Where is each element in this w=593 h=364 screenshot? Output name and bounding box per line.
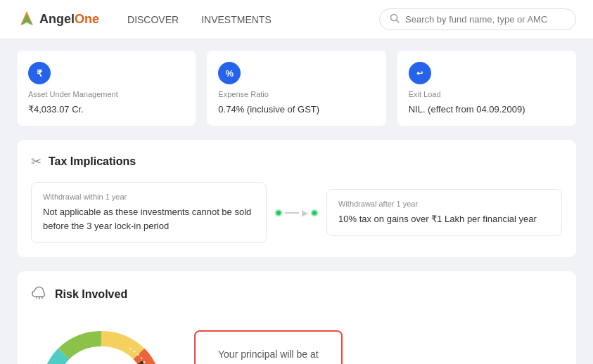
info-cards: ₹ Asset Under Management ₹4,033.07 Cr. %… — [17, 51, 576, 126]
gauge-chart: Very High — [31, 321, 172, 364]
search-bar[interactable] — [379, 8, 576, 30]
info-card-expense: % Expense Ratio 0.74% (inclusive of GST) — [207, 51, 385, 126]
dot-left — [275, 209, 282, 216]
tax-after-value: 10% tax on gains over ₹1 Lakh per financ… — [338, 212, 550, 226]
risk-info-box: Your principal will be at Very High risk — [194, 330, 343, 365]
logo-text: AngelOne — [39, 12, 99, 27]
risk-section-title: Risk Involved — [55, 288, 127, 301]
tax-within-label: Withdrawal within 1 year — [43, 193, 255, 201]
tax-within-box: Withdrawal within 1 year Not applicable … — [31, 182, 267, 243]
svg-line-3 — [397, 20, 400, 23]
tax-after-label: Withdrawal after 1 year — [338, 200, 550, 208]
tax-section: ✂ Tax Implications Withdrawal within 1 y… — [17, 140, 576, 257]
tax-row: Withdrawal within 1 year Not applicable … — [31, 182, 562, 243]
arrow-head: ▶ — [302, 208, 308, 218]
nav-investments[interactable]: INVESTMENTS — [201, 14, 272, 25]
cloud-icon — [31, 285, 48, 303]
tax-within-value: Not applicable as these investments cann… — [43, 205, 255, 233]
exit-icon: ↩ — [409, 62, 431, 84]
info-card-exit: ↩ Exit Load NIL. (effect from 04.09.2009… — [397, 51, 576, 126]
aum-icon: ₹ — [28, 62, 51, 84]
tax-arrow: ▶ — [275, 208, 318, 218]
risk-info-text: Your principal will be at — [218, 349, 319, 360]
risk-content: Very High Your principal will be at Very… — [31, 316, 562, 364]
search-icon — [390, 13, 400, 25]
main-nav: DISCOVER INVESTMENTS — [127, 14, 272, 25]
aum-label: Asset Under Management — [28, 90, 184, 98]
logo: AngelOne — [17, 10, 99, 30]
exit-label: Exit Load — [409, 90, 565, 98]
expense-icon: % — [218, 62, 241, 84]
scissors-icon: ✂ — [31, 154, 42, 169]
risk-section-header: Risk Involved — [31, 285, 562, 303]
tax-section-header: ✂ Tax Implications — [31, 154, 562, 169]
tax-after-box: Withdrawal after 1 year 10% tax on gains… — [326, 189, 562, 237]
expense-label: Expense Ratio — [218, 90, 374, 98]
main-content: ₹ Asset Under Management ₹4,033.07 Cr. %… — [0, 39, 593, 364]
nav-discover[interactable]: DISCOVER — [127, 14, 179, 25]
exit-value: NIL. (effect from 04.09.2009) — [409, 104, 565, 115]
header: AngelOne DISCOVER INVESTMENTS — [0, 0, 593, 39]
arrow-line — [285, 212, 299, 214]
dot-right — [311, 209, 318, 216]
info-card-aum: ₹ Asset Under Management ₹4,033.07 Cr. — [17, 51, 196, 126]
risk-section: Risk Involved — [17, 271, 576, 364]
expense-value: 0.74% (inclusive of GST) — [218, 104, 374, 115]
aum-value: ₹4,033.07 Cr. — [28, 104, 184, 115]
logo-icon — [17, 10, 37, 30]
tax-section-title: Tax Implications — [49, 155, 136, 168]
gauge-svg — [31, 321, 172, 364]
search-input[interactable] — [405, 14, 566, 25]
